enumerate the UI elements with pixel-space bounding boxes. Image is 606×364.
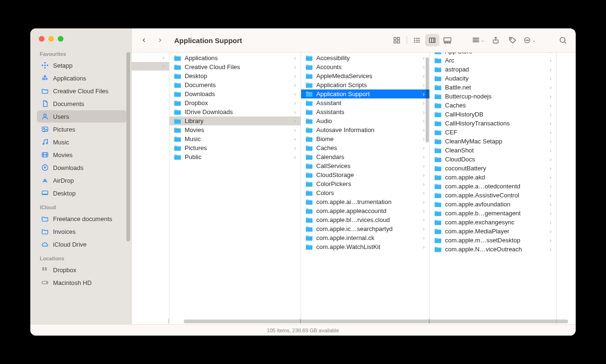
sidebar-item[interactable]: Freelance documents [37,213,126,225]
list-item[interactable]: com.apple.MediaPlayer› [430,227,556,236]
list-item[interactable]: Caches› [430,101,556,110]
more-button[interactable]: ⌄ [524,34,536,46]
view-gallery[interactable] [440,34,454,46]
sidebar-item[interactable]: Creative Cloud Files [37,85,126,97]
list-item[interactable]: Colors› [301,188,429,197]
list-item[interactable]: Creative Cloud Files› [169,62,301,71]
list-item[interactable]: Pictures› [169,143,301,152]
list-item[interactable]: com.apple.bl…rvices.cloud› [301,215,429,224]
column-scrollbar[interactable] [426,57,429,142]
list-item[interactable]: com.apple.m…ssetDesktop› [430,236,556,245]
list-item[interactable]: Accessibility› [301,53,429,62]
list-item[interactable]: com.apple.exchangesync› [430,218,556,227]
sidebar-item[interactable]: AirDrop [37,174,126,186]
list-item[interactable]: › [132,53,169,62]
list-item[interactable]: com.apple.avfoundation› [430,200,556,209]
list-item[interactable]: com.apple.akd› [430,173,556,182]
list-item[interactable]: Documents› [169,80,301,89]
list-item[interactable]: com.apple.appleaccountd› [301,206,429,215]
list-item[interactable]: Assistant› [301,98,429,107]
list-item[interactable]: Arc› [430,56,556,65]
list-item[interactable]: CallHistoryTransactions› [430,119,556,128]
search-button[interactable] [557,34,569,46]
column-3[interactable]: App Store›Arc›astropad›Audacity›Battle.n… [430,53,557,324]
column-0[interactable]: ›› || [132,53,169,324]
list-item[interactable]: IDrive Downloads› [169,107,301,116]
list-item[interactable]: Accounts› [301,62,429,71]
sidebar-item[interactable]: Music [37,136,126,148]
view-list[interactable] [410,34,424,46]
list-item[interactable]: CEF› [430,128,556,137]
list-item[interactable]: CallHistoryDB› [430,110,556,119]
list-item[interactable]: ColorPickers› [301,179,429,188]
list-item[interactable]: Movies› [169,125,301,134]
list-item[interactable]: CleanMyMac Setapp› [430,137,556,146]
sidebar-item[interactable]: Desktop [37,187,126,199]
sidebar-item[interactable]: Macintosh HD [37,276,126,289]
list-item[interactable]: astropad› [430,65,556,74]
chevron-right-icon: › [423,190,425,196]
minimize-button[interactable] [48,36,54,42]
list-item[interactable]: Library› [169,116,301,125]
list-item[interactable]: com.apple.internal.ck› [301,233,429,242]
sidebar-item[interactable]: Downloads [37,161,126,174]
list-item[interactable]: Biome› [301,134,429,143]
list-item[interactable]: com.apple.WatchListKit› [301,242,429,251]
list-item[interactable]: Assistants› [301,107,429,116]
list-item[interactable]: Desktop› [169,71,301,80]
share-button[interactable] [490,34,502,46]
list-item[interactable]: CleanShot› [430,146,556,155]
list-item[interactable]: Applications› [169,53,301,62]
list-item[interactable]: com.apple.ic…searchpartyd› [301,224,429,233]
sidebar-item[interactable]: Documents [37,98,126,110]
folder-icon [434,156,442,163]
column-resize-handle[interactable]: || [168,318,169,323]
group-button[interactable]: ⌄ [472,34,485,46]
view-icons[interactable] [390,34,404,46]
list-item[interactable]: Audio› [301,116,429,125]
zoom-button[interactable] [58,36,63,42]
list-item[interactable]: Application Support› [301,89,429,98]
list-item[interactable]: Caches› [301,143,429,152]
list-item[interactable]: Audacity› [430,74,556,83]
sidebar-item[interactable]: Applications [37,72,126,84]
list-item[interactable]: Battle.net› [430,83,556,92]
svg-rect-16 [394,37,396,40]
list-item[interactable]: CallServices› [301,161,429,170]
list-item[interactable]: com.apple.AssistiveControl› [430,191,556,200]
list-item[interactable]: AppleMediaServices› [301,71,429,80]
list-item[interactable]: Music› [169,134,301,143]
column-2[interactable]: Accessibility›Accounts›AppleMediaService… [301,53,430,324]
forward-button[interactable] [154,35,166,46]
list-item[interactable]: CloudStorage› [301,170,429,179]
list-item[interactable]: App Store› [430,53,556,56]
list-item[interactable]: Public› [169,152,301,161]
close-button[interactable] [39,36,45,42]
tags-button[interactable] [507,34,519,46]
sidebar-item[interactable]: Invoices [37,225,126,238]
sidebar-item[interactable]: Movies [37,149,126,161]
list-item[interactable]: Autosave Information› [301,125,429,134]
list-item[interactable]: com.apple.a…otedcontentd› [430,182,556,191]
list-item[interactable]: com.apple.ai…trumentation› [301,197,429,206]
sidebar-item[interactable]: Dropbox [37,264,126,276]
list-item[interactable]: Downloads› [169,89,301,98]
column-1[interactable]: Applications›Creative Cloud Files›Deskto… [169,53,301,324]
list-item[interactable]: CloudDocs› [430,155,556,164]
list-item[interactable]: com.apple.b…gementagent› [430,209,556,218]
view-columns[interactable] [425,34,439,46]
sidebar-item[interactable]: Pictures [37,123,126,135]
sidebar-item[interactable]: Setapp [37,59,126,71]
list-item[interactable]: Application Scripts› [301,80,429,89]
list-item[interactable]: Dropbox› [169,98,301,107]
back-button[interactable] [138,35,150,46]
horizontal-scrollbar[interactable] [184,320,568,323]
list-item[interactable]: coconutBattery› [430,164,556,173]
list-item[interactable]: Buttercup-nodejs› [430,92,556,101]
list-item[interactable]: com.apple.N…viceOutreach› [430,245,556,254]
list-item[interactable]: Calendars› [301,152,429,161]
list-item[interactable]: › [132,62,169,71]
sidebar-item[interactable]: Users [37,110,126,123]
sidebar-scrollbar[interactable] [126,52,130,241]
sidebar-item[interactable]: iCloud Drive [37,238,126,250]
